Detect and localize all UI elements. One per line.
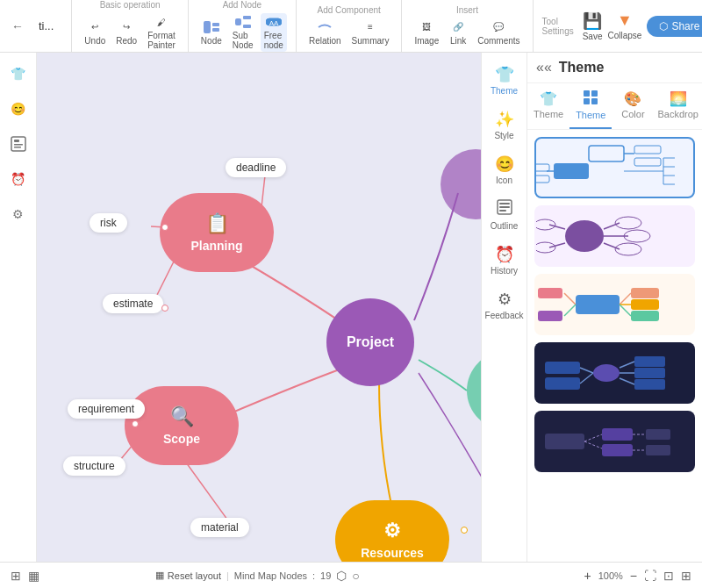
- panel-collapse-button[interactable]: ««: [536, 60, 552, 75]
- svg-rect-20: [499, 203, 510, 204]
- statusbar: ⊞ ▦ ▦ Reset layout | Mind Map Nodes : 19…: [0, 562, 702, 588]
- add-component-group: Add Component Relation ≡ Summary: [297, 0, 403, 52]
- svg-rect-57: [631, 288, 659, 298]
- theme-card-4[interactable]: [534, 342, 695, 404]
- feedback-button[interactable]: ⚙: [4, 200, 32, 228]
- undo-button[interactable]: ↩ Undo: [81, 18, 109, 47]
- svg-rect-24: [591, 90, 598, 97]
- theme-card-5[interactable]: [534, 411, 695, 472]
- tool-settings-label: Tool Settings: [542, 17, 574, 36]
- link-icon: 🔗: [449, 20, 467, 34]
- panel-title: Theme: [559, 60, 605, 75]
- icon-sidebar-icon: 😊: [495, 154, 514, 174]
- theme-sidebar-button[interactable]: 👕 Theme: [482, 60, 526, 101]
- svg-rect-62: [538, 288, 562, 298]
- svg-rect-2: [212, 28, 219, 32]
- sub-node-button[interactable]: Sub Node: [229, 13, 257, 52]
- tab-theme-sub[interactable]: 👕 Theme: [527, 83, 569, 129]
- fullscreen-button[interactable]: ⛶: [644, 569, 656, 583]
- bubble-node-1[interactable]: [441, 149, 481, 219]
- theme-card-2[interactable]: [534, 205, 695, 267]
- add-node-status-icon[interactable]: ○: [352, 569, 359, 583]
- basic-operation-label: Basic operation: [100, 0, 161, 10]
- summary-button[interactable]: ≡ Summary: [348, 18, 393, 47]
- left-sidebar: 👕 😊 ⏰ ⚙: [0, 53, 37, 562]
- tab-backdrop[interactable]: 🌅 Backdrop: [655, 83, 702, 129]
- collapse-button[interactable]: ▼ Collapse: [608, 11, 642, 40]
- add-node-buttons: Node Sub Node AA Free node: [197, 13, 287, 52]
- icon-sidebar-button[interactable]: 😊 Icon: [482, 149, 526, 190]
- save-icon: 💾: [583, 11, 602, 31]
- image-button[interactable]: 🖼 Image: [411, 18, 442, 47]
- settings-button[interactable]: ⊞: [681, 569, 691, 583]
- tag-material[interactable]: material: [190, 518, 249, 537]
- history-button[interactable]: ⏰: [4, 165, 32, 193]
- back-button[interactable]: ←: [7, 16, 28, 37]
- svg-rect-11: [14, 147, 21, 148]
- tab-color[interactable]: 🎨 Color: [612, 83, 654, 129]
- svg-rect-4: [243, 16, 251, 19]
- svg-rect-30: [634, 158, 661, 166]
- format-painter-button[interactable]: 🖌 Format Painter: [144, 13, 179, 52]
- resources-node[interactable]: ⚙ Resources: [335, 500, 449, 562]
- outline-button[interactable]: [4, 130, 32, 158]
- tag-structure[interactable]: structure: [63, 456, 125, 476]
- outline-sidebar-button[interactable]: Outline: [482, 194, 526, 236]
- statusbar-left: ⊞ ▦: [11, 569, 39, 583]
- svg-line-61: [564, 305, 576, 316]
- svg-rect-5: [243, 25, 251, 28]
- share-button[interactable]: ⬡ Share: [647, 16, 702, 37]
- tab-backdrop-icon: 🌅: [670, 90, 687, 107]
- history-sidebar-icon: ⏰: [495, 245, 514, 264]
- node-icon: [203, 20, 220, 34]
- bubble-node-2[interactable]: [467, 351, 481, 430]
- style-sidebar-button[interactable]: ✨ Style: [482, 104, 526, 146]
- statusbar-right: + 100% − ⛶ ⊡ ⊞: [584, 569, 691, 583]
- node-button[interactable]: Node: [197, 18, 226, 47]
- main-area: 👕 😊 ⏰ ⚙: [0, 53, 702, 562]
- fit-screen-button[interactable]: ⊡: [663, 569, 674, 583]
- scope-label: Scope: [163, 432, 200, 446]
- icon-button[interactable]: 😊: [4, 95, 32, 123]
- tab-theme-main[interactable]: Theme: [569, 83, 612, 129]
- nodes-colon: :: [312, 570, 315, 581]
- svg-rect-59: [631, 311, 659, 321]
- svg-rect-21: [499, 206, 510, 208]
- resources-icon: ⚙: [383, 520, 401, 542]
- center-node-label: Project: [347, 334, 394, 350]
- svg-point-42: [565, 220, 604, 252]
- list-icon[interactable]: ▦: [28, 569, 39, 583]
- link-button[interactable]: 🔗 Link: [446, 18, 470, 47]
- zoom-in-button[interactable]: +: [584, 569, 591, 583]
- center-node[interactable]: Project: [326, 298, 414, 386]
- redo-button[interactable]: ↪ Redo: [112, 18, 140, 47]
- theme-panel: «« Theme 👕 Theme Theme 🎨 Color: [526, 53, 702, 562]
- tag-risk[interactable]: risk: [90, 213, 127, 233]
- planning-node[interactable]: 📋 Planning: [160, 193, 274, 272]
- svg-rect-85: [646, 445, 670, 455]
- svg-rect-9: [14, 140, 19, 142]
- free-node-button[interactable]: AA Free node: [261, 13, 287, 52]
- reset-layout-button[interactable]: ▦ Reset layout: [155, 570, 221, 581]
- feedback-sidebar-button[interactable]: ⚙ Feedback: [482, 284, 526, 326]
- history-sidebar-button[interactable]: ⏰ History: [482, 240, 526, 281]
- planning-icon: 📋: [205, 212, 229, 235]
- scope-icon: 🔍: [170, 405, 194, 428]
- relation-button[interactable]: Relation: [305, 18, 345, 47]
- zoom-out-button[interactable]: −: [630, 569, 637, 583]
- svg-rect-53: [576, 295, 620, 314]
- svg-rect-84: [646, 429, 670, 440]
- tag-estimate[interactable]: estimate: [103, 294, 163, 313]
- canvas-area[interactable]: Project 📋 Planning 🔍 Scope ⚙ Resources d…: [37, 53, 481, 562]
- theme-card-1[interactable]: [534, 137, 695, 198]
- comments-button[interactable]: 💬 Comments: [474, 18, 523, 47]
- tag-requirement[interactable]: requirement: [68, 399, 145, 419]
- scope-node[interactable]: 🔍 Scope: [125, 386, 239, 465]
- tag-deadline[interactable]: deadline: [226, 158, 286, 177]
- format-painter-icon: 🖌: [153, 15, 170, 29]
- grid-icon[interactable]: ⊞: [11, 569, 21, 583]
- style-button[interactable]: 👕: [4, 60, 32, 88]
- relation-icon: [316, 20, 333, 34]
- save-button[interactable]: 💾 Save: [583, 11, 603, 41]
- theme-card-3[interactable]: [534, 274, 695, 335]
